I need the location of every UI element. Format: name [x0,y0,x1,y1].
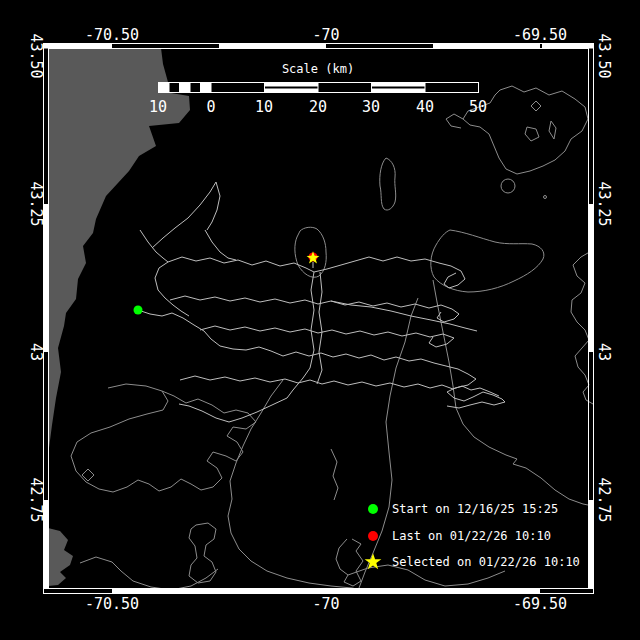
lon-label-bottom-0: -70.50 [67,596,157,612]
scale-bar-title: Scale (km) [248,62,388,77]
lon-label-top-2: -69.50 [495,27,585,43]
scale-tick-3: 20 [298,99,338,115]
lat-label-right-2: 43 [596,317,612,387]
lat-label-left-2: 43 [28,317,44,387]
map-start-marker [134,306,143,315]
lon-label-bottom-2: -69.50 [495,596,585,612]
lat-label-right-1: 43.25 [596,169,612,239]
scale-bar [159,83,479,93]
legend-markers [365,504,382,569]
scale-tick-1: 0 [191,99,231,115]
legend-green-dot-icon [368,504,378,514]
tracking-map-page: -70.50 -70 -69.50 -70.50 -70 -69.50 43.5… [0,0,640,640]
lat-label-right-3: 42.75 [596,465,612,535]
lat-label-right-0: 43.50 [596,21,612,91]
scale-tick-0: 10 [138,99,178,115]
scale-tick-4: 30 [351,99,391,115]
legend-label-selected: Selected on 01/22/26 10:10 [392,554,580,570]
track-lines [138,182,505,422]
legend-label-start: Start on 12/16/25 15:25 [392,501,558,517]
map-markers [134,251,320,314]
lon-label-bottom-1: -70 [281,596,371,612]
map-canvas [0,0,640,640]
scale-tick-6: 50 [458,99,498,115]
lon-label-top-1: -70 [281,27,371,43]
lat-label-left-3: 42.75 [28,465,44,535]
map-selected-marker [307,251,320,263]
lat-label-left-0: 43.50 [28,21,44,91]
land-mass [48,48,190,586]
legend-red-dot-icon [368,531,378,541]
scale-tick-2: 10 [244,99,284,115]
lon-label-top-0: -70.50 [67,27,157,43]
lat-label-left-1: 43.25 [28,169,44,239]
scale-tick-5: 40 [405,99,445,115]
legend-label-last: Last on 01/22/26 10:10 [392,528,551,544]
